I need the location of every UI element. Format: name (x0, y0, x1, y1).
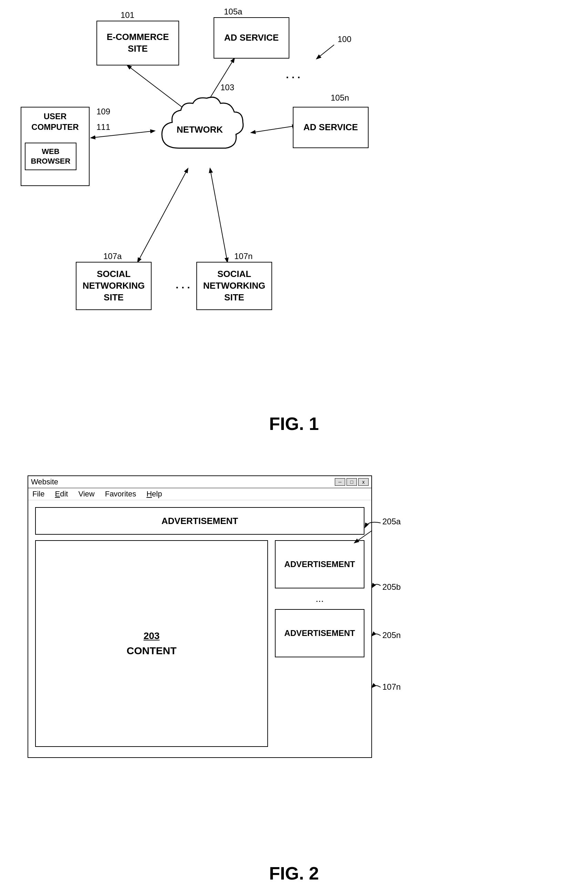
adservice-top-box: AD SERVICE (214, 17, 289, 59)
ads-dots: ... (275, 594, 365, 604)
browser-window: Website -- □ x File EEditdit View Favori… (27, 476, 372, 758)
content-ads-row: 203 CONTENT ADVERTISEMENT ... ADVERTISEM… (35, 540, 365, 747)
browser-title: Website (31, 477, 58, 486)
fig1-diagram: E-COMMERCE SITE 101 AD SERVICE 105a 100 … (0, 0, 588, 448)
fig2-diagram: Website -- □ x File EEditdit View Favori… (0, 448, 588, 894)
menu-view[interactable]: View (78, 489, 94, 498)
minimize-button[interactable]: -- (335, 478, 345, 486)
svg-line-3 (91, 131, 154, 138)
ref-105a: 105a (224, 7, 242, 17)
content-box: 203 CONTENT (35, 540, 268, 747)
ref-205a: 205a (382, 517, 401, 526)
ref-111: 111 (96, 122, 110, 132)
ecommerce-box: E-COMMERCE SITE (96, 21, 179, 65)
close-button[interactable]: x (358, 478, 369, 486)
ref-103: 103 (220, 83, 234, 92)
ref-109: 109 (96, 107, 110, 116)
ref-105n: 105n (331, 93, 349, 103)
ad-box-n: ADVERTISEMENT (275, 609, 365, 657)
social-left-box: SOCIAL NETWORKING SITE (76, 262, 152, 310)
browser-controls[interactable]: -- □ x (335, 478, 369, 486)
menu-help[interactable]: Help (146, 489, 162, 498)
restore-button[interactable]: □ (347, 478, 357, 486)
svg-line-4 (138, 169, 188, 262)
ad-banner-top: ADVERTISEMENT (35, 507, 365, 535)
browser-titlebar: Website -- □ x (28, 476, 371, 488)
web-browser-box: WEB BROWSER (25, 143, 77, 170)
svg-line-5 (210, 169, 227, 262)
social-right-box: SOCIAL NETWORKING SITE (196, 262, 272, 310)
menu-favorites[interactable]: Favorites (105, 489, 136, 498)
adservice-right-box: AD SERVICE (293, 107, 369, 148)
fig1-title: FIG. 1 (0, 414, 588, 434)
ref-107a: 107a (103, 252, 122, 261)
menu-edit[interactable]: EEditdit (55, 489, 68, 498)
ref-100: 100 (338, 35, 351, 44)
user-computer-box: USER COMPUTER WEB BROWSER (21, 107, 90, 186)
fig2-title: FIG. 2 (0, 863, 588, 883)
svg-line-6 (317, 45, 334, 59)
svg-text:NETWORK: NETWORK (177, 124, 223, 135)
dots-adservices: . . . (286, 69, 300, 81)
browser-content-area: ADVERTISEMENT 203 CONTENT ADVERTISEMENT … (28, 500, 371, 754)
menu-file[interactable]: File (32, 489, 44, 498)
ref-205b: 205b (382, 582, 401, 592)
ad-box-b: ADVERTISEMENT (275, 540, 365, 588)
network-cloud: NETWORK (152, 93, 248, 169)
ads-column: ADVERTISEMENT ... ADVERTISEMENT (275, 540, 365, 747)
browser-menubar: File EEditdit View Favorites Help (28, 488, 371, 500)
ref-107n-fig1: 107n (234, 252, 252, 261)
ref-107n-fig2: 107n (382, 682, 401, 692)
svg-line-2 (252, 126, 296, 133)
dots-social: . . . (176, 279, 190, 291)
content-label: CONTENT (127, 645, 177, 657)
ref-101: 101 (121, 11, 134, 20)
content-ref: 203 (144, 630, 160, 642)
ref-205n: 205n (382, 630, 401, 640)
